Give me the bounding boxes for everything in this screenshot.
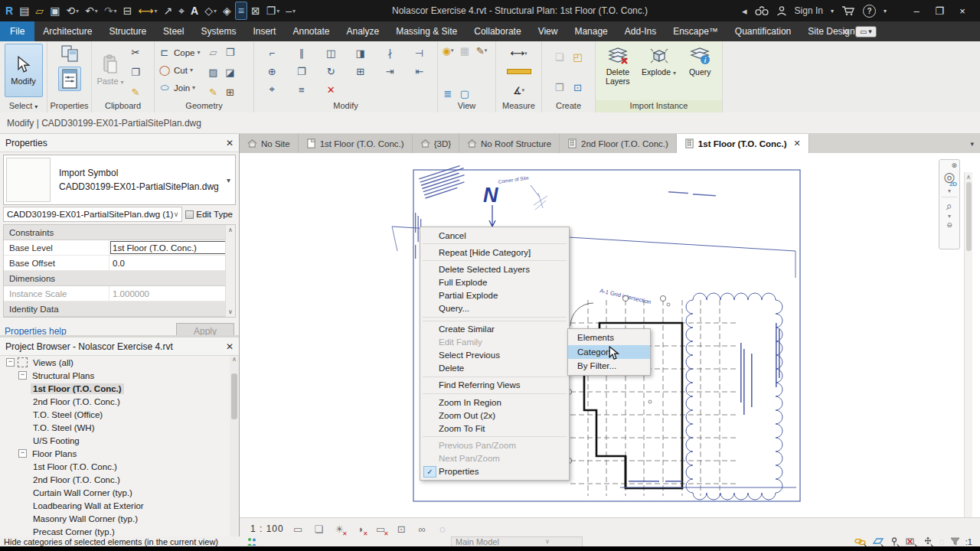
- section-icon[interactable]: ◈ ▾: [220, 2, 234, 19]
- unpin-icon[interactable]: ≡: [295, 83, 309, 96]
- open-icon[interactable]: ▱ ▾: [33, 2, 46, 19]
- property-row[interactable]: Identity Data: [4, 302, 235, 317]
- tree-expander-icon[interactable]: −: [6, 358, 15, 367]
- project-browser-item[interactable]: − T.O. Steel (WH): [0, 421, 239, 434]
- redo-icon[interactable]: ↷ ▾: [102, 2, 119, 19]
- modify-tool-button[interactable]: Modify: [5, 44, 43, 97]
- context-menu-item[interactable]: ✓ Edit Family ›: [420, 336, 569, 349]
- select-pinned-icon[interactable]: [890, 537, 900, 546]
- scale-icon[interactable]: ⇥: [383, 64, 397, 78]
- measure-angle-icon[interactable]: ∡▾: [512, 83, 526, 97]
- properties-palette-header[interactable]: Properties ✕: [0, 134, 239, 152]
- project-browser-item[interactable]: − U/S Footing: [0, 434, 239, 447]
- user-icon[interactable]: [776, 5, 787, 16]
- create-similar-icon[interactable]: ⊡: [571, 80, 585, 94]
- default-3d-view-icon[interactable]: ◇ ▾: [202, 2, 219, 19]
- context-menu-item[interactable]: ✓ ›: [420, 259, 569, 262]
- ribbon-tab[interactable]: View: [530, 21, 567, 41]
- ribbon-tab[interactable]: Analyze: [338, 21, 388, 41]
- thin-lines-icon[interactable]: ≡ ▾: [235, 2, 247, 20]
- tree-expander-icon[interactable]: −: [18, 371, 27, 380]
- family-types-icon[interactable]: [60, 44, 80, 64]
- project-browser-header[interactable]: Project Browser - Nolascor Exercise 4.rv…: [0, 337, 239, 356]
- ribbon-tab[interactable]: Structure: [100, 21, 155, 41]
- search-binoculars-icon[interactable]: [755, 5, 769, 16]
- trim-icon[interactable]: ⊣: [413, 46, 426, 60]
- mirror-axis-icon[interactable]: ◫: [324, 46, 338, 60]
- help-icon[interactable]: ?: [863, 5, 876, 18]
- project-browser-item[interactable]: − 2nd Floor (T.O. Conc.): [0, 395, 239, 408]
- view-tab[interactable]: {3D} ✕: [413, 134, 459, 153]
- view-tab[interactable]: 1st Floor (T.O. Conc.) ✕: [299, 134, 413, 153]
- sign-in-button[interactable]: Sign In: [795, 5, 823, 16]
- cut-geometry-button[interactable]: ◯ Cut▾: [158, 61, 201, 79]
- property-row[interactable]: Base Offset 0.0: [4, 256, 235, 271]
- selection-box-icon[interactable]: ▢: [458, 86, 472, 100]
- ribbon-tab[interactable]: Annotate: [284, 21, 338, 41]
- ribbon-tab[interactable]: Systems: [192, 21, 244, 41]
- move-icon[interactable]: ⊕: [265, 64, 279, 78]
- context-menu-item[interactable]: ✓ Full Explode ›: [420, 276, 569, 289]
- close-view-tab-icon[interactable]: ✕: [793, 139, 800, 148]
- help-caret-icon[interactable]: ▾: [884, 8, 887, 15]
- property-value[interactable]: 1.000000: [109, 286, 235, 301]
- project-browser-item[interactable]: − Curtain Wall Corner (typ.): [0, 486, 239, 499]
- pin-icon[interactable]: ⌖: [265, 83, 279, 96]
- context-menu-item[interactable]: ✓ Delete Selected Layers ›: [420, 262, 569, 276]
- extend-icon[interactable]: ⇤: [413, 64, 426, 78]
- ribbon-tab[interactable]: Collaborate: [466, 21, 529, 41]
- save-icon[interactable]: ▣ ▾: [47, 2, 62, 19]
- copy-icon[interactable]: ❐: [295, 64, 309, 78]
- navigation-bar[interactable]: ⊗ ◎ 2D ▾ ⌕ ▾ ⊖: [939, 159, 960, 249]
- project-browser-item[interactable]: − Masonry Wall Corner (typ.): [0, 512, 239, 525]
- temporary-hide-isolate-icon[interactable]: ∞: [416, 523, 429, 536]
- property-row[interactable]: Constraints: [4, 225, 235, 240]
- wall-joins-icon[interactable]: ▱: [207, 45, 220, 59]
- ribbon-tab[interactable]: Insert: [244, 21, 284, 41]
- view-tab-overflow-icon[interactable]: ▾: [964, 134, 980, 153]
- paint-icon[interactable]: ✎: [207, 85, 220, 99]
- view-tab[interactable]: No Site ✕: [240, 134, 299, 153]
- context-menu-item[interactable]: ✓ Delete ›: [420, 362, 569, 375]
- ribbon-tab[interactable]: Manage: [566, 21, 616, 41]
- background-processes-icon[interactable]: ◌: [939, 536, 945, 547]
- restore-button[interactable]: ❐: [928, 5, 951, 17]
- filter-icon[interactable]: [950, 537, 960, 546]
- copy-to-clipboard-icon[interactable]: ❐: [129, 65, 142, 79]
- join-geometry-button[interactable]: ⬭ Join▾: [158, 79, 201, 96]
- property-value[interactable]: 0.0: [109, 256, 235, 270]
- property-value[interactable]: 1st Floor (T.O. Conc.): [109, 240, 235, 255]
- detail-level-icon[interactable]: ▭: [292, 523, 305, 536]
- context-menu-item[interactable]: ✓ Previous Pan/Zoom ›: [420, 439, 569, 452]
- context-menu-item[interactable]: ✓ Cancel ›: [420, 229, 569, 242]
- tree-expander-icon[interactable]: −: [18, 449, 27, 458]
- visual-style-icon[interactable]: ❏: [312, 523, 325, 536]
- type-selector[interactable]: Import Symbol CADD30199-EX01-PartialSite…: [3, 155, 236, 205]
- view-tab[interactable]: No Roof Structure ✕: [459, 134, 560, 153]
- reveal-constraints-icon[interactable]: ≣: [441, 86, 455, 100]
- undo-icon[interactable]: ↶ ▾: [83, 2, 100, 19]
- context-menu-item[interactable]: ✓ Properties ›: [420, 465, 569, 478]
- create-parts-icon[interactable]: ❐: [553, 80, 567, 94]
- measure-icon[interactable]: ⟷ ▾: [136, 2, 159, 19]
- array-icon[interactable]: ⊞: [354, 64, 368, 78]
- project-browser-close-icon[interactable]: ✕: [226, 341, 234, 352]
- select-elements-by-face-icon[interactable]: [906, 537, 918, 546]
- project-browser-item[interactable]: − Views (all): [0, 356, 239, 369]
- property-row[interactable]: Base Level 1st Floor (T.O. Conc.): [4, 240, 235, 256]
- tag-icon[interactable]: ⌖ ▾: [176, 2, 187, 19]
- context-menu-item[interactable]: ✓ Zoom Out (2x) ›: [420, 409, 569, 422]
- lightbulb-icon[interactable]: ◉▾: [441, 44, 455, 57]
- unjoin-icon[interactable]: ◪: [224, 65, 237, 79]
- ui-views-icon[interactable]: ▤ ▾: [17, 2, 31, 19]
- mirror-draw-icon[interactable]: ◨: [354, 46, 368, 60]
- context-menu-item[interactable]: ✓ Repeat [Hide Category] ›: [420, 246, 569, 259]
- query-button[interactable]: i Query: [681, 44, 719, 100]
- project-browser-item[interactable]: − Loadbearing Wall at Exterior: [0, 499, 239, 512]
- delete-icon[interactable]: ✕: [324, 83, 338, 96]
- context-menu-item[interactable]: ✓ Zoom To Fit ›: [420, 422, 569, 435]
- close-hidden-windows-icon[interactable]: ⊠ ▾: [249, 2, 263, 19]
- project-browser-item[interactable]: − 1st Floor (T.O. Conc.): [0, 382, 239, 395]
- context-menu-item[interactable]: ✓ ›: [420, 319, 569, 323]
- view-tab[interactable]: 2nd Floor (T.O. Conc.) ✕: [560, 134, 677, 153]
